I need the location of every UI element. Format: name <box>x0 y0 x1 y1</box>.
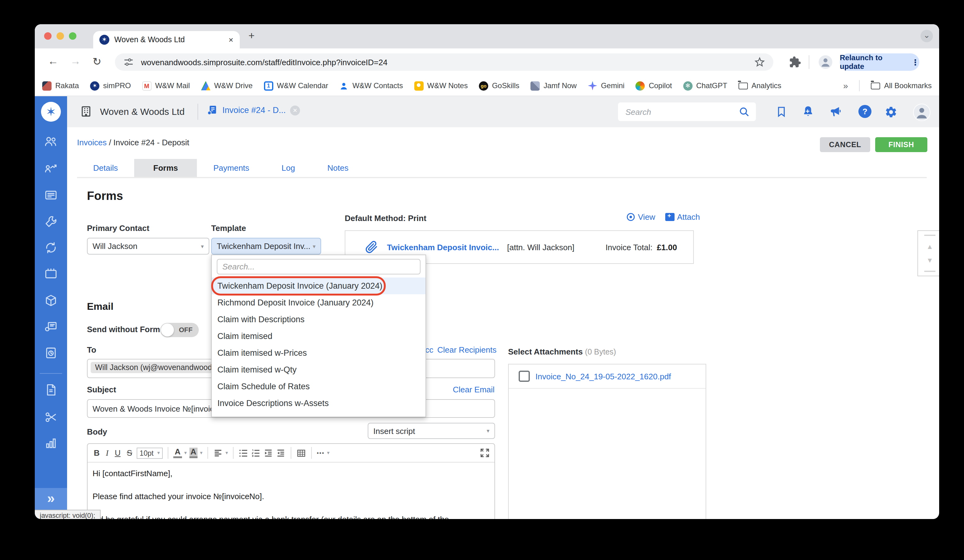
sidebar-materials-cube-icon[interactable] <box>44 294 58 307</box>
help-icon[interactable]: ? <box>858 105 871 118</box>
scroll-stepper[interactable]: ▲ ▼ <box>917 230 939 276</box>
chevron-down-icon[interactable]: ▾ <box>184 450 187 456</box>
italic-button[interactable]: I <box>104 448 111 458</box>
recipient-chip[interactable]: Will Jackson (wj@wovenandwoods <box>91 362 220 373</box>
close-tab-icon[interactable]: ✕ <box>228 36 234 43</box>
bookmark-ww-mail[interactable]: MW&W Mail <box>142 81 190 90</box>
simpro-logo[interactable]: ✶ <box>35 96 67 127</box>
dropdown-item[interactable]: Claim itemised <box>212 328 425 344</box>
view-link[interactable]: View <box>626 212 655 222</box>
finish-button[interactable]: FINISH <box>875 137 927 152</box>
email-body-content[interactable]: Hi [contactFirstName], Please find attac… <box>88 463 494 519</box>
scroll-down-icon[interactable]: ▼ <box>927 257 933 264</box>
attach-link[interactable]: + Attach <box>665 212 700 222</box>
bookmark-ww-notes[interactable]: W&W Notes <box>414 81 468 90</box>
align-button[interactable] <box>213 448 223 458</box>
insert-script-select[interactable]: Insert script▾ <box>368 423 495 439</box>
open-invoice-tab[interactable]: Invoice #24 - D... ✕ <box>206 104 300 116</box>
browser-tab[interactable]: ✶ Woven & Woods Ltd ✕ <box>93 31 240 49</box>
bookmark-gemini[interactable]: Gemini <box>588 81 625 90</box>
attachment-file-row[interactable]: Invoice_No_24_19-05-2022_1620.pdf <box>509 364 706 389</box>
primary-contact-select[interactable]: Will Jackson▾ <box>87 238 209 255</box>
back-button[interactable]: ← <box>48 55 59 68</box>
chevron-down-icon[interactable]: ▾ <box>327 450 329 456</box>
bookmark-ww-contacts[interactable]: W&W Contacts <box>339 81 403 90</box>
sidebar-tasks-icon[interactable] <box>44 346 58 359</box>
more-tools-button[interactable]: ••• <box>317 450 324 456</box>
numbered-list-button[interactable] <box>251 448 261 458</box>
form-attachment-name[interactable]: Twickenham Deposit Invoic... <box>387 242 499 252</box>
breadcrumb-invoices-link[interactable]: Invoices <box>77 138 106 147</box>
tab-log[interactable]: Log <box>265 159 311 177</box>
bookmark-ww-drive[interactable]: W&W Drive <box>201 81 252 90</box>
bookmark-chatgpt[interactable]: ✻ChatGPT <box>683 81 727 90</box>
dropdown-item[interactable]: Claim with Descriptions <box>212 311 425 328</box>
bookmark-ww-calendar[interactable]: 1W&W Calendar <box>264 81 328 90</box>
global-search-input[interactable] <box>624 107 739 117</box>
dropdown-search-input[interactable] <box>217 259 420 274</box>
attachment-file-link[interactable]: Invoice_No_24_19-05-2022_1620.pdf <box>536 372 671 381</box>
bookmark-goskills[interactable]: goGoSkills <box>479 81 519 90</box>
scroll-up-icon[interactable]: ▲ <box>927 242 933 250</box>
sidebar-leads-icon[interactable] <box>44 161 58 175</box>
sidebar-quotes-icon[interactable] <box>44 320 58 333</box>
user-avatar[interactable] <box>913 104 930 121</box>
bookmark-rakata[interactable]: Rakata <box>42 81 79 90</box>
table-button[interactable] <box>296 448 306 458</box>
site-settings-icon[interactable] <box>122 56 135 68</box>
notifications-bell-icon[interactable]: + <box>801 105 815 118</box>
bookmark-star-icon[interactable] <box>754 56 766 68</box>
text-color-button[interactable]: A <box>173 448 182 458</box>
highlight-color-button[interactable]: A <box>189 448 197 458</box>
new-tab-button[interactable]: + <box>248 30 255 42</box>
zoom-window-button[interactable] <box>69 32 77 40</box>
dropdown-item[interactable]: Richmond Deposit Invoice (January 2024) <box>212 294 425 311</box>
strikethrough-button[interactable]: S <box>125 448 134 458</box>
url-text[interactable]: wovenandwoods.simprosuite.com/staff/edit… <box>141 57 754 67</box>
bookmark-icon[interactable] <box>775 106 788 118</box>
dropdown-item[interactable]: Claim itemised w-Qty <box>212 361 425 378</box>
sidebar-claims-icon[interactable] <box>44 411 58 424</box>
forward-button[interactable]: → <box>70 55 81 68</box>
sidebar-recurring-icon[interactable] <box>44 241 58 255</box>
send-without-form-toggle[interactable]: OFF <box>160 323 199 337</box>
address-bar[interactable]: wovenandwoods.simprosuite.com/staff/edit… <box>115 54 773 71</box>
sidebar-document-icon[interactable] <box>44 383 58 397</box>
search-icon[interactable] <box>739 106 750 117</box>
tab-details[interactable]: Details <box>77 159 134 177</box>
template-select[interactable]: Twickenham Deposit Inv...▾ <box>211 238 321 255</box>
dropdown-item[interactable]: Claim itemised w-Prices <box>212 344 425 361</box>
close-open-tab-icon[interactable]: ✕ <box>290 105 300 115</box>
company-name[interactable]: Woven & Woods Ltd <box>100 106 184 117</box>
body-editor[interactable]: B I U S 10pt▾ A▾ A▾ ▾ ••• ▾ Hi [contactF… <box>87 443 495 519</box>
extensions-icon[interactable] <box>789 56 801 68</box>
underline-button[interactable]: U <box>113 448 122 458</box>
announcements-icon[interactable] <box>829 106 842 118</box>
clear-email-link[interactable]: Clear Email <box>453 385 494 394</box>
clear-recipients-link[interactable]: Clear Recipients <box>437 345 497 354</box>
search-tabs-icon[interactable]: ⌄ <box>920 30 933 42</box>
tab-payments[interactable]: Payments <box>197 159 265 177</box>
dropdown-item[interactable]: Claim Schedule of Rates <box>212 378 425 395</box>
relaunch-to-update-button[interactable]: Relaunch to update ⋮ <box>840 54 919 71</box>
bookmarks-overflow-chevron[interactable]: » <box>843 81 848 91</box>
bookmark-analytics[interactable]: Analytics <box>739 81 782 90</box>
outdent-button[interactable] <box>276 448 286 458</box>
sidebar-people-icon[interactable] <box>44 135 58 148</box>
indent-button[interactable] <box>263 448 273 458</box>
dropdown-item[interactable]: Invoice Descriptions w-Assets <box>212 395 425 412</box>
browser-profile-avatar[interactable] <box>819 55 832 69</box>
global-search[interactable] <box>618 102 756 121</box>
open-tab-label[interactable]: Invoice #24 - D... <box>222 106 286 115</box>
sidebar-reports-icon[interactable] <box>44 437 58 450</box>
bold-button[interactable]: B <box>92 448 101 458</box>
settings-gear-icon[interactable] <box>884 106 897 118</box>
tab-notes[interactable]: Notes <box>311 159 365 177</box>
fullscreen-icon[interactable] <box>480 448 490 458</box>
file-checkbox[interactable] <box>519 371 530 382</box>
expand-sidebar-icon[interactable]: » <box>35 488 67 510</box>
close-window-button[interactable] <box>44 32 52 40</box>
chevron-down-icon[interactable]: ▾ <box>200 450 202 456</box>
bullet-list-button[interactable] <box>239 448 248 458</box>
cancel-button[interactable]: CANCEL <box>820 137 870 152</box>
